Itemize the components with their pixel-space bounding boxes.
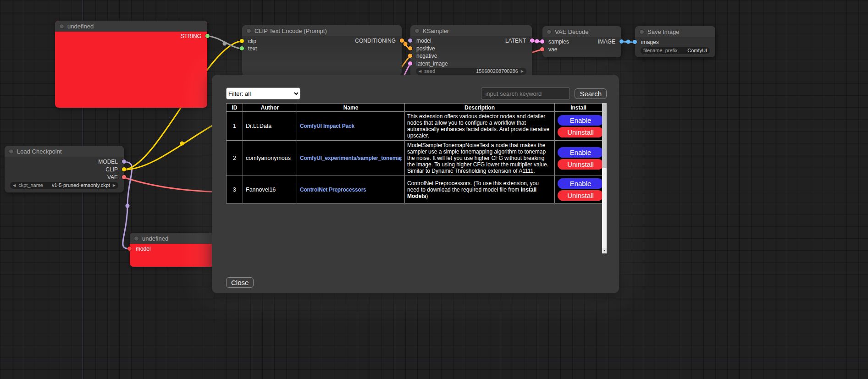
vae-input-slot[interactable]	[540, 47, 544, 51]
node-title: KSampler	[423, 27, 449, 34]
string-output-slot[interactable]	[205, 34, 210, 38]
search-input[interactable]	[481, 88, 570, 99]
cell-author: Fannovel16	[243, 176, 297, 203]
scroll-down-arrow-icon[interactable]: ▼	[602, 248, 607, 253]
ckpt-name-widget[interactable]: ◀ ckpt_name v1-5-pruned-emaonly.ckpt ▶	[10, 182, 118, 189]
uninstall-button[interactable]: Uninstall	[558, 159, 603, 170]
widget-value: 156680208700286	[476, 68, 518, 75]
collapse-dot-icon[interactable]	[639, 29, 644, 34]
cell-id: 1	[227, 112, 243, 141]
input-slot-label: negative	[416, 53, 437, 59]
cell-description: This extension offers various detector n…	[405, 112, 555, 141]
input-slot-label: latent_image	[416, 60, 448, 67]
output-slot-label: VAE	[107, 174, 118, 181]
collapse-dot-icon[interactable]	[415, 28, 420, 33]
node-title: VAE Decode	[555, 28, 588, 35]
cell-install: Enable Uninstall	[555, 141, 603, 176]
output-slot-label: IMAGE	[597, 38, 615, 45]
extension-link[interactable]: ComfyUI Impact Pack	[300, 123, 402, 129]
latent-image-input-slot[interactable]	[408, 61, 412, 66]
decrement-arrow-icon[interactable]: ◀	[13, 182, 16, 189]
widget-value: v1-5-pruned-emaonly.ckpt	[52, 182, 110, 189]
extension-link[interactable]: ControlNet Preprocessors	[300, 187, 402, 193]
table-row: 3 Fannovel16 ControlNet Preprocessors Co…	[227, 176, 603, 203]
enable-button[interactable]: Enable	[558, 178, 603, 189]
node-clip-text-encode[interactable]: CLIP Text Encode (Prompt) clip text COND…	[242, 25, 402, 76]
model-input-slot[interactable]	[127, 247, 132, 251]
node-header[interactable]: VAE Decode	[542, 26, 621, 37]
image-output-slot[interactable]	[619, 39, 624, 44]
node-save-image[interactable]: Save Image images filename_prefix ComfyU…	[635, 26, 715, 57]
output-slot-label: STRING	[181, 33, 201, 39]
node-vae-decode[interactable]: VAE Decode samples vae IMAGE	[542, 26, 621, 57]
search-button[interactable]: Search	[575, 88, 607, 99]
widget-label: filename_prefix	[643, 47, 678, 54]
col-header-name: Name	[297, 104, 405, 112]
node-header[interactable]: Save Image	[635, 26, 715, 37]
cell-author: comfyanonymous	[243, 141, 297, 176]
node-header[interactable]: undefined	[130, 233, 220, 244]
widget-label: seed	[424, 68, 435, 75]
table-scrollbar[interactable]: ▼	[602, 103, 607, 253]
col-header-id: ID	[227, 104, 243, 112]
conditioning-output-slot[interactable]	[400, 38, 404, 43]
extension-link[interactable]: ComfyUI_experiments/sampler_tonemap	[300, 155, 402, 161]
node-header[interactable]: Load Checkpoint	[5, 146, 124, 157]
table-row: 2 comfyanonymous ComfyUI_experiments/sam…	[227, 141, 603, 176]
input-slot-label: positive	[416, 45, 435, 52]
clip-output-slot[interactable]	[122, 167, 126, 171]
cell-description: ModelSamplerTonemapNoiseTest a node that…	[405, 141, 555, 176]
output-slot-label: MODEL	[98, 159, 118, 165]
col-header-description: Description	[405, 104, 555, 112]
cell-id: 3	[227, 176, 243, 203]
filename-prefix-widget[interactable]: filename_prefix ComfyUI	[641, 47, 710, 54]
text-input-slot[interactable]	[240, 46, 244, 50]
collapse-dot-icon[interactable]	[9, 149, 14, 154]
output-slot-label: CONDITIONING	[355, 38, 396, 44]
filter-select[interactable]: Filter: all	[226, 88, 300, 99]
positive-input-slot[interactable]	[408, 46, 412, 50]
cell-author: Dr.Lt.Data	[243, 112, 297, 141]
cell-install: Enable Uninstall	[555, 176, 603, 203]
collapse-dot-icon[interactable]	[547, 29, 552, 34]
collapse-dot-icon[interactable]	[134, 236, 139, 241]
node-undefined-top[interactable]: undefined STRING	[55, 21, 207, 108]
extensions-table-area: ID Author Name Description Install 1 Dr.…	[226, 103, 607, 253]
node-ksampler[interactable]: KSampler model positive negative latent_…	[410, 25, 532, 78]
latent-output-slot[interactable]	[530, 38, 534, 43]
collapse-dot-icon[interactable]	[246, 28, 251, 33]
node-header[interactable]: KSampler	[410, 25, 532, 36]
cell-install: Enable Uninstall	[555, 112, 603, 141]
table-row: 1 Dr.Lt.Data ComfyUI Impact Pack This ex…	[227, 112, 603, 141]
table-header-row: ID Author Name Description Install	[227, 104, 603, 112]
scrollbar-thumb[interactable]	[602, 103, 607, 168]
canvas-origin-horizontal-line	[0, 361, 868, 361]
seed-widget[interactable]: ◀ seed 156680208700286 ▶	[416, 68, 526, 75]
input-slot-label: text	[248, 45, 257, 52]
node-header[interactable]: CLIP Text Encode (Prompt)	[242, 25, 402, 36]
enable-button[interactable]: Enable	[558, 115, 603, 126]
uninstall-button[interactable]: Uninstall	[558, 190, 603, 201]
enable-button[interactable]: Enable	[558, 147, 603, 158]
vae-output-slot[interactable]	[122, 175, 126, 179]
increment-arrow-icon[interactable]: ▶	[521, 68, 524, 75]
widget-value: ComfyUI	[687, 47, 707, 54]
node-undefined-bottom[interactable]: undefined model	[130, 233, 220, 267]
close-button[interactable]: Close	[226, 277, 254, 288]
node-title: CLIP Text Encode (Prompt)	[254, 27, 327, 34]
node-title: undefined	[142, 235, 168, 242]
node-title: Save Image	[647, 28, 679, 35]
node-header[interactable]: undefined	[55, 21, 207, 32]
uninstall-button[interactable]: Uninstall	[558, 127, 603, 137]
cell-id: 2	[227, 141, 243, 176]
images-input-slot[interactable]	[633, 40, 637, 44]
increment-arrow-icon[interactable]: ▶	[113, 182, 116, 189]
col-header-install: Install	[555, 104, 603, 112]
cell-description: ControlNet Preprocessors. (To use this e…	[405, 176, 555, 203]
negative-input-slot[interactable]	[408, 54, 412, 58]
collapse-dot-icon[interactable]	[59, 24, 64, 29]
decrement-arrow-icon[interactable]: ◀	[419, 68, 421, 75]
input-slot-label: images	[641, 39, 659, 45]
node-load-checkpoint[interactable]: Load Checkpoint MODEL CLIP VAE ◀ ckpt_na…	[5, 146, 124, 192]
model-output-slot[interactable]	[122, 159, 126, 164]
